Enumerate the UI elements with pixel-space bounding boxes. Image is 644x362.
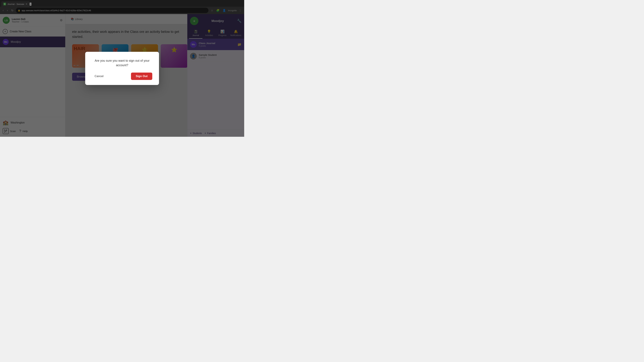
cancel-button[interactable]: Cancel xyxy=(92,73,106,80)
modal-overlay: Are you sure you want to sign out of you… xyxy=(0,0,244,137)
sign-out-button[interactable]: Sign Out xyxy=(131,72,152,80)
modal-actions: Cancel Sign Out xyxy=(92,72,152,80)
sign-out-dialog: Are you sure you want to sign out of you… xyxy=(85,52,159,85)
modal-message: Are you sure you want to sign out of you… xyxy=(92,58,152,67)
